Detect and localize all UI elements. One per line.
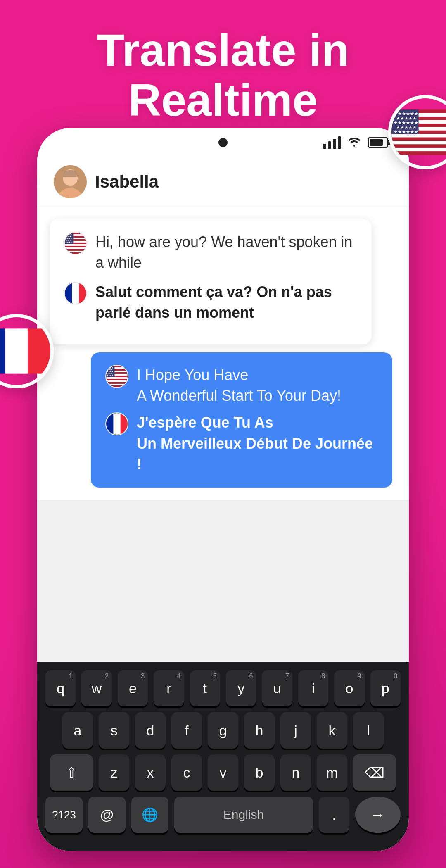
- sent-message: ★★★★ ★★★ ★★★★ ★★★ ★★★★ I Hope You Have: [91, 352, 392, 488]
- key-j[interactable]: j: [280, 712, 311, 749]
- svg-rect-41: [65, 252, 86, 254]
- us-flag-small-sent: ★★★★ ★★★ ★★★★ ★★★ ★★★★: [105, 365, 128, 388]
- phone-frame: Isabella: [37, 128, 409, 851]
- camera-dot: [218, 138, 228, 147]
- avatar: [54, 165, 87, 198]
- chat-header: Isabella: [37, 157, 409, 207]
- svg-rect-60: [106, 380, 128, 382]
- svg-rect-11: [391, 148, 446, 151]
- sent-en-text: I Hope You Have A Wonderful Start To You…: [137, 365, 341, 407]
- key-z[interactable]: z: [99, 754, 129, 791]
- battery-icon: [368, 137, 388, 148]
- key-l[interactable]: l: [353, 712, 384, 749]
- svg-rect-19: [0, 328, 5, 373]
- key-u[interactable]: u7: [262, 670, 292, 706]
- key-at[interactable]: @: [88, 797, 126, 833]
- svg-text:★★★★: ★★★★: [65, 241, 72, 243]
- key-q[interactable]: q1: [45, 670, 76, 706]
- key-g[interactable]: g: [208, 712, 238, 749]
- svg-rect-9: [391, 141, 446, 144]
- headline: Translate in Realtime: [25, 25, 421, 125]
- svg-rect-7: [391, 134, 446, 137]
- wifi-icon: [348, 136, 361, 150]
- key-f[interactable]: f: [171, 712, 202, 749]
- sent-en-row: ★★★★ ★★★ ★★★★ ★★★ ★★★★ I Hope You Have: [105, 365, 378, 407]
- key-x[interactable]: x: [135, 754, 166, 791]
- status-bar: [37, 128, 409, 157]
- key-o[interactable]: o9: [334, 670, 364, 706]
- sent-fr-text: J'espère Que Tu As Un Merveilleux Début …: [137, 412, 378, 475]
- key-return[interactable]: →: [355, 797, 401, 833]
- svg-rect-30: [65, 234, 86, 236]
- key-d[interactable]: d: [135, 712, 166, 749]
- key-r[interactable]: r4: [154, 670, 184, 706]
- key-b[interactable]: b: [244, 754, 275, 791]
- key-v[interactable]: v: [208, 754, 238, 791]
- svg-rect-36: [65, 244, 86, 246]
- svg-rect-56: [106, 367, 128, 369]
- svg-rect-51: [65, 283, 72, 304]
- key-symbols[interactable]: ?123: [45, 797, 83, 833]
- sent-fr-row: J'espère Que Tu As Un Merveilleux Début …: [105, 412, 378, 475]
- key-shift[interactable]: ⇧: [50, 754, 93, 791]
- svg-rect-12: [391, 151, 446, 155]
- key-period[interactable]: .: [319, 797, 349, 833]
- svg-rect-40: [65, 251, 86, 252]
- key-p[interactable]: p0: [370, 670, 401, 706]
- key-c[interactable]: c: [171, 754, 202, 791]
- svg-rect-21: [28, 328, 50, 373]
- keyboard-row-4: ?123 @ 🌐 English . →: [45, 797, 401, 833]
- svg-rect-38: [65, 247, 86, 249]
- status-icons: [323, 136, 388, 150]
- received-fr-text: Salut comment ça va? On n'a pas parlé da…: [95, 282, 357, 323]
- key-t[interactable]: t5: [190, 670, 220, 706]
- key-globe[interactable]: 🌐: [131, 797, 168, 833]
- key-delete[interactable]: ⌫: [353, 754, 396, 791]
- key-a[interactable]: a: [62, 712, 93, 749]
- svg-rect-61: [106, 383, 128, 385]
- svg-point-25: [63, 169, 78, 186]
- keyboard-row-3: ⇧ z x c v b n m ⌫: [45, 754, 401, 791]
- key-s[interactable]: s: [99, 712, 129, 749]
- key-h[interactable]: h: [244, 712, 275, 749]
- svg-rect-39: [65, 249, 86, 251]
- fr-flag-small-sent: [105, 412, 128, 435]
- svg-rect-37: [65, 246, 86, 247]
- svg-rect-52: [79, 283, 86, 304]
- svg-rect-10: [391, 145, 446, 148]
- signal-icon: [323, 136, 341, 149]
- svg-rect-8: [391, 138, 446, 141]
- svg-rect-72: [121, 413, 128, 435]
- received-fr-row: Salut comment ça va? On n'a pas parlé da…: [64, 282, 357, 323]
- svg-rect-59: [106, 377, 128, 379]
- received-message: ★★★★ ★★★ ★★★★ ★★★ ★★★★ Hi, how are you? …: [50, 219, 372, 344]
- svg-rect-20: [5, 328, 28, 373]
- fr-flag-small-received: [64, 282, 87, 305]
- key-y[interactable]: y6: [226, 670, 256, 706]
- key-w[interactable]: w2: [81, 670, 112, 706]
- key-n[interactable]: n: [280, 754, 311, 791]
- chat-content: ★★★★ ★★★ ★★★★ ★★★ ★★★★ Hi, how are you? …: [37, 207, 409, 500]
- received-en-text: Hi, how are you? We haven't spoken in a …: [95, 232, 357, 273]
- svg-text:★★★★★★: ★★★★★★: [394, 129, 418, 134]
- contact-name: Isabella: [95, 172, 159, 192]
- key-e[interactable]: e3: [118, 670, 148, 706]
- received-en-row: ★★★★ ★★★ ★★★★ ★★★ ★★★★ Hi, how are you? …: [64, 232, 357, 273]
- key-m[interactable]: m: [317, 754, 347, 791]
- svg-rect-29: [65, 233, 86, 234]
- key-i[interactable]: i8: [298, 670, 328, 706]
- app-header: Translate in Realtime: [0, 0, 446, 141]
- svg-text:★★★★: ★★★★: [107, 374, 114, 376]
- keyboard: q1 w2 e3 r4 t5 y6 u7 i8 o9 p0 a s d f g …: [37, 662, 409, 851]
- svg-rect-71: [106, 413, 113, 435]
- us-flag-small: ★★★★ ★★★ ★★★★ ★★★ ★★★★: [64, 232, 87, 255]
- key-k[interactable]: k: [317, 712, 347, 749]
- keyboard-row-2: a s d f g h j k l: [45, 712, 401, 749]
- key-space[interactable]: English: [174, 797, 313, 833]
- keyboard-row-1: q1 w2 e3 r4 t5 y6 u7 i8 o9 p0: [45, 670, 401, 706]
